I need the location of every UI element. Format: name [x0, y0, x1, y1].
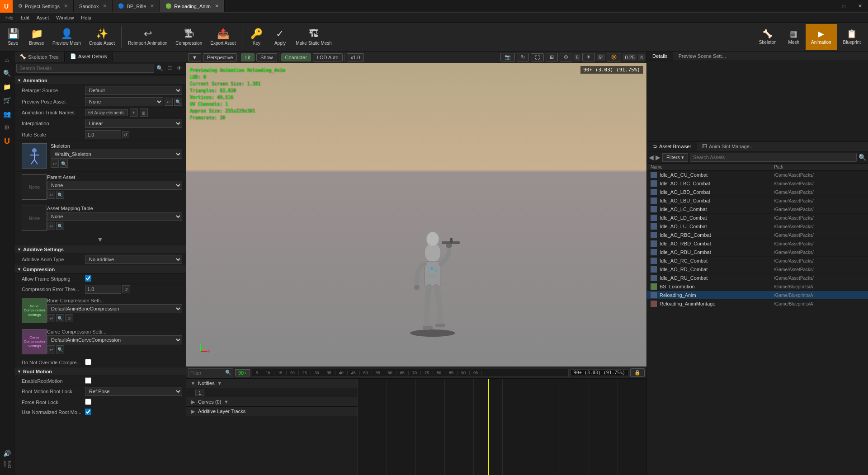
blueprint-mode-button[interactable]: 📋 Blueprint [838, 24, 866, 50]
ab-search-button[interactable]: 🔍 [859, 154, 866, 161]
do-not-override-checkbox[interactable] [85, 359, 91, 365]
eye-button[interactable]: 👁 [175, 64, 184, 73]
ab-forward-button[interactable]: ▶ [656, 154, 660, 161]
retarget-source-select[interactable]: Default [85, 86, 182, 95]
maximize-button[interactable]: □ [835, 0, 852, 13]
additive-type-select[interactable]: No additive [85, 255, 182, 264]
make-static-mesh-button[interactable]: 🏗 Make Static Mesh [292, 24, 335, 50]
expand-more-button[interactable]: ▼ [97, 236, 104, 243]
ab-item-13[interactable]: BS_Locomotion /Game/Blueprints/A [647, 282, 868, 291]
details-search-input[interactable] [16, 64, 154, 73]
additive-expand-icon[interactable]: ▶ [190, 408, 196, 414]
search-submit-button[interactable]: 🔍 [155, 64, 164, 73]
perspective-button[interactable]: Perspective [203, 53, 237, 61]
preview-pose-select[interactable]: None [85, 97, 163, 106]
additive-tracks-header[interactable]: ▶ Additive Layer Tracks [186, 407, 358, 416]
ab-item-4[interactable]: Idle_AO_LC_Combat /Game/AssetPacks/ [647, 205, 868, 214]
mapping-back-button[interactable]: ↩ [47, 222, 55, 230]
show-button[interactable]: Show [256, 53, 277, 61]
compression-section-header[interactable]: ▼ Compression [14, 265, 186, 274]
curve-compression-select[interactable]: DefaultAnimCurveCompression [47, 335, 182, 344]
ab-item-9[interactable]: Idle_AO_RBU_Combat /Game/AssetPacks/ [647, 248, 868, 257]
parent-search-button[interactable]: 🔍 [56, 191, 64, 199]
add-array-button[interactable]: + [130, 108, 138, 117]
sidebar-marketplace[interactable]: 🛒 [1, 94, 14, 107]
curves-expand-icon[interactable]: ▶ [190, 399, 196, 405]
viewport-dropdown-button[interactable]: ▼ [188, 53, 201, 61]
compression-error-reset-button[interactable]: ↺ [122, 285, 130, 293]
details-tab[interactable]: Details [647, 52, 673, 61]
compression-error-input[interactable] [85, 285, 121, 294]
view-options-button[interactable]: ☰ [165, 64, 174, 73]
curves-track-header[interactable]: ▶ Curves (0) ▼ [186, 397, 358, 407]
mapping-search-button[interactable]: 🔍 [56, 222, 64, 230]
ab-filter-button[interactable]: Filters ▾ [662, 153, 688, 162]
parent-back-button[interactable]: ↩ [47, 191, 55, 199]
bone-compression-select[interactable]: DefaultAnimBoneCompression [47, 304, 182, 313]
tab-project-settings[interactable]: ⚙ Project Settings ✕ [13, 0, 74, 12]
rate-scale-input[interactable] [85, 130, 121, 139]
tab-bp-rifle[interactable]: 🔵 BP_Rifle ✕ [113, 0, 160, 12]
timeline-lock-button[interactable]: 🔒 [630, 368, 645, 377]
interpolation-select[interactable]: Linear [85, 119, 182, 128]
force-root-checkbox[interactable] [85, 399, 91, 405]
save-button[interactable]: 💾 Save [2, 24, 24, 50]
ab-item-12[interactable]: Idle_AO_RU_Combat /Game/AssetPacks/ [647, 274, 868, 282]
use-normalized-checkbox[interactable] [85, 409, 91, 415]
anim-slot-tab[interactable]: 🎞 Anim Slot Manage... [697, 142, 759, 151]
compression-button[interactable]: 🗜 Compression [172, 24, 206, 50]
vp-settings-button[interactable]: ⚙ [560, 53, 572, 61]
asset-browser-tab[interactable]: 🗂 Asset Browser [647, 142, 697, 151]
sidebar-home[interactable]: ⌂ [1, 53, 14, 66]
preview-pose-search-button[interactable]: 🔍 [174, 98, 182, 106]
vp-fullscreen-button[interactable]: ⛶ [531, 53, 544, 61]
asset-details-tab[interactable]: 📄 Asset Details [65, 52, 113, 62]
bone-comp-back-button[interactable]: ↩ [47, 314, 55, 322]
notifies-track-header[interactable]: ▼ Notifies ▼ [186, 379, 358, 388]
curves-options-icon[interactable]: ▼ [223, 399, 229, 405]
root-motion-section-header[interactable]: ▼ Root Motion [14, 367, 186, 376]
ab-item-15[interactable]: Reloading_AnimMontage /Game/Blueprints/A [647, 300, 868, 308]
sidebar-volume[interactable]: 🔊 [1, 447, 14, 460]
ab-item-6[interactable]: Idle_AO_LU_Combat /Game/AssetPacks/ [647, 222, 868, 231]
skeleton-back-button[interactable]: ↩ [51, 160, 59, 168]
create-asset-button[interactable]: ✨ Create Asset [85, 24, 118, 50]
tab-close[interactable]: ✕ [64, 3, 68, 9]
vp-light-button[interactable]: ☀ [582, 53, 595, 61]
additive-section-header[interactable]: ▼ Additive Settings [14, 245, 186, 254]
apply-button[interactable]: ✓ Apply [269, 24, 291, 50]
menu-window[interactable]: Window [52, 13, 77, 22]
sidebar-unreal[interactable]: U [1, 135, 14, 147]
enable-root-checkbox[interactable] [85, 377, 91, 384]
timeline-tracks-area[interactable] [358, 379, 646, 475]
notifies-expand-icon[interactable]: ▼ [190, 380, 196, 386]
animation-mode-button[interactable]: ▶ Animation [806, 24, 836, 50]
mesh-mode-button[interactable]: ▦ Mesh [783, 24, 805, 50]
clear-array-button[interactable]: 🗑 [140, 108, 148, 117]
sidebar-people[interactable]: 👥 [1, 108, 14, 120]
ab-item-10[interactable]: Idle_AO_RC_Combat /Game/AssetPacks/ [647, 257, 868, 265]
skeleton-search-button[interactable]: 🔍 [60, 160, 68, 168]
animation-section-header[interactable]: ▼ Animation [14, 76, 186, 85]
tab-close[interactable]: ✕ [150, 3, 154, 9]
lit-button[interactable]: Lit [241, 53, 255, 61]
ab-item-11[interactable]: Idle_AO_RD_Combat /Game/AssetPacks/ [647, 265, 868, 274]
path-column-header[interactable]: Path [774, 165, 864, 169]
character-button[interactable]: Character [281, 53, 311, 61]
parent-asset-select[interactable]: None [47, 181, 182, 190]
menu-asset[interactable]: Asset [33, 13, 53, 22]
preview-pose-back-button[interactable]: ↩ [165, 98, 173, 106]
ab-item-7[interactable]: Idle_AO_RBC_Combat /Game/AssetPacks/ [647, 231, 868, 240]
bone-comp-refresh-button[interactable]: ↺ [65, 314, 73, 322]
scale-button[interactable]: x1.0 [347, 53, 364, 61]
skeleton-tree-tab[interactable]: 🦴 Skeleton Tree [14, 52, 65, 62]
ab-back-button[interactable]: ◀ [649, 154, 654, 161]
vp-exposure-button[interactable]: 🔆 [607, 53, 621, 61]
allow-frame-checkbox[interactable] [85, 275, 91, 282]
asset-mapping-select[interactable]: None [47, 212, 182, 221]
skeleton-mode-button[interactable]: 🦴 Skeleton [754, 24, 782, 50]
ab-item-2[interactable]: Idle_AO_LBD_Combat /Game/AssetPacks/ [647, 188, 868, 197]
bone-comp-search-button[interactable]: 🔍 [56, 314, 64, 322]
menu-help[interactable]: Help [77, 13, 95, 22]
sidebar-content[interactable]: 📁 [1, 80, 14, 93]
